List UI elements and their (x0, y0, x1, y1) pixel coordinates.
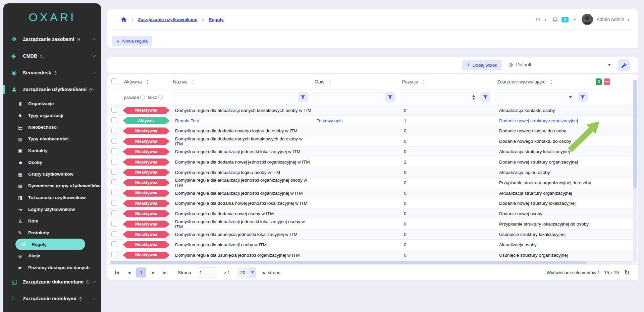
select-all-checkbox[interactable] (111, 78, 117, 84)
sidebar-item-kontakty[interactable]: ▣ Kontakty (3, 145, 101, 157)
rule-name-cell[interactable]: Domyślna reguła dla dodania nowej jednos… (170, 157, 311, 167)
sidebar-item-tozsamosci-uzytkownikow[interactable]: ◨ Tożsamości użytkowników (3, 192, 101, 203)
sidebar-item-typy-organizacji[interactable]: ♞ Typy organizacji (3, 110, 101, 121)
refresh-icon[interactable]: ↻ (624, 269, 630, 276)
table-row[interactable]: Nieaktywna Domyślna reguła dla aktualiza… (107, 105, 638, 116)
row-checkbox[interactable] (111, 190, 117, 195)
new-rule-button[interactable]: + Nowa reguła (112, 36, 152, 46)
previous-page-button[interactable]: ◀ (124, 267, 134, 277)
column-menu-icon[interactable]: ⋮ (549, 79, 554, 84)
table-row[interactable]: Nieaktywna Domyślna reguła dla dodania n… (107, 126, 638, 136)
description-filter-button[interactable] (385, 92, 395, 102)
column-menu-icon[interactable]: ⋮ (191, 79, 196, 84)
rule-name-cell[interactable]: Domyślna reguła dla aktualizacji jednost… (170, 188, 311, 198)
table-row[interactable]: Nieaktywna Domyślna reguła dla aktualiza… (107, 240, 638, 250)
table-row[interactable]: Nieaktywna Domyślna reguła dla aktualiza… (107, 146, 638, 157)
table-row[interactable]: Nieaktywna Domyślna reguła dla usunięcia… (107, 250, 638, 260)
position-filter-button[interactable] (480, 92, 490, 102)
table-row[interactable]: Nieaktywna Domyślna reguła dla dodania n… (107, 198, 638, 209)
sidebar-item-ustawienia[interactable]: ⚙ Ustawienia ◷ (3, 307, 101, 312)
export-pdf-icon[interactable]: PDF (604, 78, 610, 85)
column-menu-icon[interactable]: ⋮ (145, 79, 150, 84)
user-menu-chevron-icon[interactable]: ▾ (628, 18, 629, 21)
rule-name-cell[interactable]: Domyślna reguła dla aktualizacji danych … (170, 105, 311, 116)
column-header-name[interactable]: Nazwa⋮ (170, 74, 311, 89)
sidebar-item-organizacje[interactable]: ♜ Organizacje (3, 98, 101, 110)
page-number-input[interactable] (196, 267, 217, 278)
row-checkbox[interactable] (111, 221, 117, 227)
row-checkbox[interactable] (111, 252, 117, 257)
avatar[interactable] (582, 14, 593, 25)
language-chevron-icon[interactable]: ▾ (544, 18, 546, 21)
rule-name-cell[interactable]: Domyślna reguła dla dodania nowego login… (170, 126, 311, 136)
position-filter-input[interactable] (400, 92, 478, 102)
sidebar-item-loginy-uzytkownikow[interactable]: ⇥ Loginy użytkowników (3, 203, 101, 215)
description-filter-input[interactable] (313, 92, 382, 102)
name-filter-input[interactable] (172, 92, 295, 102)
rule-name-cell[interactable]: Domyślna reguła dla aktualizacji osoby w… (170, 240, 311, 250)
rule-name-cell[interactable]: Domyślna reguła dla usunięcia jednostki … (170, 250, 311, 260)
sidebar-item-cmdb[interactable]: ◈ CMDB ◷ (3, 48, 101, 64)
bell-icon[interactable] (552, 16, 558, 22)
name-filter-button[interactable] (298, 92, 308, 102)
sidebar-item-protokoly[interactable]: ✎ Protokoły (3, 227, 101, 239)
rule-name-cell[interactable]: Domyślna reguła dla aktualizacji jednost… (170, 146, 311, 157)
table-row[interactable]: Nieaktywna Domyślna reguła dla aktualiza… (107, 219, 638, 229)
row-checkbox[interactable] (111, 138, 117, 144)
table-row[interactable]: Nieaktywna Domyślna reguła dla aktualiza… (107, 167, 638, 178)
notification-count-badge[interactable]: 0 (561, 17, 569, 22)
row-checkbox[interactable] (111, 241, 117, 247)
column-menu-icon[interactable]: ⋮ (328, 79, 332, 84)
table-row[interactable]: Nieaktywna Domyślna reguła dla aktualiza… (107, 178, 638, 188)
rule-name-cell[interactable]: Domyślna reguła dla dodania nowej jednos… (170, 198, 311, 209)
next-page-button[interactable]: ▶ (148, 267, 158, 277)
sidebar-item-reguly[interactable]: ⁂ Reguły (15, 239, 85, 250)
sidebar-item-zarzadzanie-mobilnymi[interactable]: ▯ Zarządzanie mobilnymi ◷ (3, 290, 101, 307)
row-checkbox[interactable] (111, 169, 117, 175)
breadcrumb-link-rules[interactable]: Reguły (209, 17, 224, 22)
sidebar-item-typy-nieobecnosci[interactable]: ▥ Typy nieobecności (3, 133, 101, 145)
breadcrumb-link-users-management[interactable]: Zarządzanie użytkownikami (138, 17, 197, 22)
column-header-trigger-event[interactable]: Zdarzenie wyzwalające⋮ X PDF (494, 74, 638, 89)
column-menu-icon[interactable]: ⋮ (422, 79, 426, 84)
row-checkbox[interactable] (111, 117, 117, 123)
row-checkbox[interactable] (111, 107, 117, 113)
row-checkbox[interactable] (111, 128, 117, 133)
table-row[interactable]: Nieaktywna Domyślna reguła dla aktualiza… (107, 188, 638, 198)
sidebar-item-servicedesk[interactable]: ◉ Servicedesk ◷ (3, 64, 101, 81)
sidebar-item-grupy-uzytkownikow[interactable]: ▦ Grupy użytkowników (3, 168, 101, 180)
position-stepper[interactable] (472, 95, 475, 100)
last-page-button[interactable]: ▶ (160, 267, 170, 277)
row-checkbox[interactable] (111, 148, 117, 154)
current-page-button[interactable]: 1 (136, 267, 146, 277)
sidebar-item-zarzadzanie-zasobami[interactable]: ❖ Zarządzanie zasobami ◷ (3, 31, 101, 48)
export-excel-icon[interactable]: X (596, 78, 602, 85)
event-filter-button[interactable] (578, 92, 588, 102)
sidebar-item-osoby[interactable]: ☻ Osoby (3, 157, 101, 168)
sidebar-item-dynamiczne-grupy-uzytkownikow[interactable]: ▩ Dynamiczne grupy użytkowników (3, 180, 101, 192)
table-row[interactable]: Nieaktywna Domyślna reguła dla usunięcia… (107, 229, 638, 240)
table-row[interactable]: Aktywna Reguła Test Testowy opis 1 Dodan… (107, 116, 638, 126)
column-header-active[interactable]: Aktywna⋮ (121, 74, 170, 89)
language-selector[interactable]: PL (536, 17, 541, 22)
sidebar-item-zarzadzanie-dokumentami[interactable]: ◱ Zarządzanie dokumentami ◷ (3, 273, 101, 290)
row-checkbox[interactable] (111, 231, 117, 237)
event-filter-select[interactable] (495, 92, 575, 102)
table-row[interactable]: Nieaktywna Domyślna reguła dla dodania d… (107, 136, 638, 146)
rule-name-cell[interactable]: Reguła Test (170, 116, 311, 126)
horizontal-scrollbar[interactable] (110, 261, 633, 264)
sidebar-item-nieobecnosci[interactable]: ▤ Nieobecności (3, 121, 101, 133)
sidebar-item-akcje[interactable]: ⊕ Akcje (3, 250, 101, 262)
view-selector[interactable]: ◎ Default (506, 60, 613, 70)
vertical-scrollbar[interactable] (633, 80, 637, 263)
notification-chevron-icon[interactable]: ▾ (574, 18, 576, 21)
sidebar-item-poziomy-dostepu[interactable]: ☛ Poziomy dostępu do danych (3, 262, 101, 273)
filter-true-radio[interactable] (140, 95, 145, 100)
column-header-description[interactable]: Opis⋮ (311, 74, 398, 89)
rule-name-cell[interactable]: Domyślna reguła dla dodania nowej osoby … (170, 208, 311, 219)
rule-name-cell[interactable]: Domyślna reguła dla aktualizacji jednost… (170, 219, 311, 229)
home-icon[interactable] (121, 17, 127, 22)
table-row[interactable]: Nieaktywna Domyślna reguła dla dodania n… (107, 208, 638, 219)
first-page-button[interactable]: ◀ (112, 267, 122, 277)
table-row[interactable]: Nieaktywna Domyślna reguła dla dodania n… (107, 157, 638, 167)
